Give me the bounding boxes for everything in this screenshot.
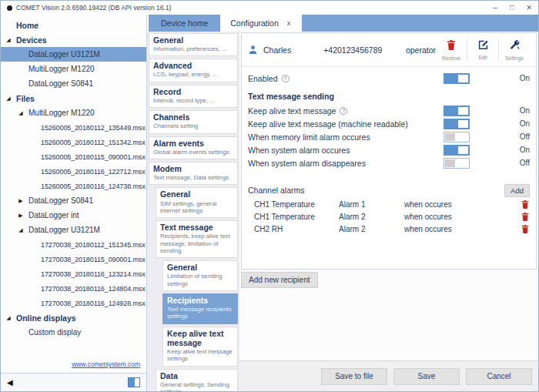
content-area: Charles +420123456789 operator Remove [239,32,538,391]
tree-item-label: MultiLogger M1220 [28,65,95,73]
tab-close-icon[interactable]: x [287,19,291,27]
tree-item[interactable]: 15260005_20180112_151342.msx [1,135,146,149]
nav-item-description: Keep alive text message settings [167,348,233,363]
setting-state: Off [470,159,530,167]
toggle-switch[interactable] [444,145,470,156]
tree-item-label: DataLogger int [28,211,79,219]
nav-item[interactable]: General Information, preferences, ... [149,33,238,56]
nav-item[interactable]: General Limitation of sending settings [162,260,238,291]
collapse-sidebar-icon[interactable]: ◀ [7,379,13,387]
help-icon[interactable]: ? [340,107,347,115]
tree-item[interactable]: ▶ DataLogger int [1,208,146,223]
toggle-switch[interactable] [444,106,470,116]
nav-item-description: Information, preferences, ... [153,45,233,52]
tab-device-home[interactable]: Device home [149,15,220,32]
help-icon[interactable]: ? [282,75,290,82]
nav-item-title: General [160,189,233,199]
website-link[interactable]: www.cometsystem.com [72,360,140,368]
tree-item[interactable]: 17270038_20180116_124928.msx [1,296,146,310]
recipient-actions: Remove Edit [436,36,530,64]
tree-item[interactable]: 15260005_20180112_135449.msx [1,120,146,135]
nav-item-title: Keep alive text message [167,329,233,347]
add-new-recipient-button[interactable]: Add new recipient [241,272,318,288]
setting-label: Keep alive text message ? [248,106,444,116]
alarm-name: Alarm 2 [339,225,404,233]
tab-configuration[interactable]: Configuration x [220,15,300,32]
nav-item[interactable]: Channels Channels setting [149,110,238,133]
tree-item[interactable]: Custom display [1,325,146,340]
nav-item[interactable]: Keep alive text message Keep alive text … [162,327,238,367]
toggle-switch[interactable] [444,73,470,84]
nav-item-description: Interval, record type, ... [153,97,233,104]
tree-item[interactable]: DataLogger S0841 [1,76,146,91]
config-section-nav: General Information, preferences, ... Ad… [147,32,239,391]
toggle-switch[interactable] [444,132,470,142]
tree-item[interactable]: ◢ Files [1,91,146,106]
delete-alarm-trash-icon[interactable] [521,199,530,209]
channel-alarm-row: CH1 Temperature Alarm 1 when occures [248,198,530,210]
nav-item[interactable]: Data General settings, Sending settings [156,369,238,391]
cancel-button[interactable]: Cancel [466,368,532,385]
channel-alarm-row: CH2 RH Alarm 2 when occures [248,223,530,235]
nav-item[interactable]: Modem Text message, Data settings [149,162,238,185]
alarm-channel: CH1 Temperature [254,213,339,221]
nav-item[interactable]: General SIM settings, general internet s… [156,187,238,218]
tree-item[interactable]: 17270038_20180116_124804.msx [1,281,146,296]
setting-state: On [470,146,530,154]
recipient-role: operator [406,45,436,55]
tree-item[interactable]: 17270038_20180112_151345.msx [1,237,146,252]
remove-recipient-button[interactable]: Remove [436,36,467,64]
tree-arrow-icon: ▶ [16,213,25,219]
tree-item-label: DataLogger U3121M [28,50,100,59]
tree-item-label: Home [16,21,38,30]
save-to-file-button[interactable]: Save to file [321,368,387,385]
nav-item-description: General settings, Sending settings [160,381,233,391]
tree-item[interactable]: 17270038_20180115_090001.msx [1,252,146,266]
tree-item[interactable]: 17270038_20180116_123214.msx [1,266,146,281]
alarm-condition: when occures [404,200,521,209]
tree-item[interactable]: ◢ Devices [1,32,146,47]
navigation-tree: Home ◢ Devices DataLogger U3121M MultiLo… [1,15,146,354]
tree-item[interactable]: ◢ Online displays [1,310,146,325]
setting-label: Keep alive text message (machine readabl… [248,119,444,129]
nav-item[interactable]: Alarm events Global alarm events setting… [149,136,238,159]
nav-item-description: SIM settings, general internet settings [160,200,233,215]
recipient-settings-button[interactable]: Settings [499,36,530,64]
nav-item-title: General [153,35,233,45]
add-alarm-button[interactable]: Add [504,184,530,197]
alarm-condition: when occures [404,225,521,233]
nav-item[interactable]: Record Interval, record type, ... [149,85,238,108]
tree-item[interactable]: Home [1,18,146,32]
setting-row: Enabled ? On [248,72,530,85]
tree-arrow-icon: ◢ [4,315,13,321]
delete-alarm-trash-icon[interactable] [521,212,530,222]
toggle-switch[interactable] [444,158,470,169]
nav-item[interactable]: Recipients Text message recipients setti… [162,293,238,324]
tree-item[interactable]: ◢ DataLogger U3121M [1,223,146,237]
toggle-switch[interactable] [444,119,470,129]
footer-button-bar: Save to file Save Cancel [239,360,538,391]
tree-item[interactable]: ▶ DataLogger S0841 [1,193,146,208]
tree-item[interactable]: DataLogger U3121M [1,47,146,62]
nav-item[interactable]: Advanced LCD, keypad, energy, ... [149,59,238,82]
tree-item[interactable]: MultiLogger M1220 [1,62,146,76]
app-icon [7,5,12,11]
tree-item[interactable]: 15260005_20180115_090001.msx [1,149,146,164]
action-label: Edit [478,55,487,60]
close-button[interactable]: ✕ [526,5,532,12]
delete-alarm-trash-icon[interactable] [521,224,530,234]
tree-item[interactable]: 15260005_20180116_122712.msx [1,164,146,179]
minimize-button[interactable]: ─ [493,5,497,12]
edit-recipient-button[interactable]: Edit [467,36,498,64]
nav-item[interactable]: Text message Recipients, keep alive text… [156,220,238,258]
tree-item[interactable]: 15260005_20180116_124738.msx [1,179,146,193]
tab-configuration-label: Configuration [230,18,278,28]
save-button[interactable]: Save [393,368,460,385]
action-label: Remove [442,55,460,61]
tree-item[interactable]: ◢ MultiLogger M1220 [1,106,146,120]
nav-item-title: General [167,263,233,272]
maximize-button[interactable]: □ [510,5,514,12]
setting-label: When memory limit alarm occures [248,132,444,142]
panel-layout-icon[interactable] [128,377,140,387]
nav-item-title: Channels [153,112,233,122]
